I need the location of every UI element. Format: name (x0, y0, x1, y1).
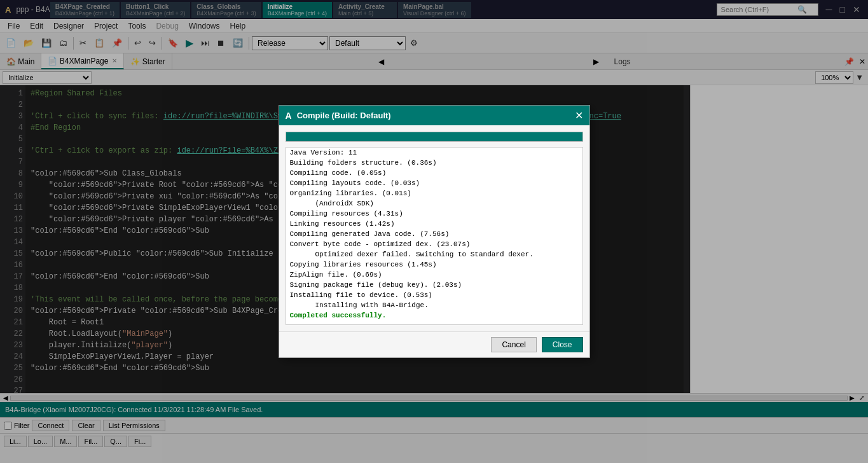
log-line-2: Compiling code. (0.05s) (290, 168, 579, 178)
progress-bar (286, 132, 582, 141)
dialog-body: Java Version: 11Building folders structu… (279, 125, 589, 331)
compile-dialog-overlay: A Compile (Build: Default) ✕ Java Versio… (0, 0, 868, 463)
log-line-12: ZipAlign file. (0.69s) (290, 270, 579, 280)
log-line-7: Linking resources (1.42s) (290, 219, 579, 229)
log-line-9: Convert byte code - optimized dex. (23.0… (290, 239, 579, 249)
log-line-10: Optimized dexer failed. Switching to Sta… (290, 249, 579, 259)
progress-bar-container (286, 132, 583, 142)
dialog-footer: Cancel Close (279, 331, 589, 357)
log-line-4: Organizing libraries. (0.01s) (290, 188, 579, 198)
log-line-11: Copying libraries resources (1.45s) (290, 259, 579, 270)
log-line-3: Compiling layouts code. (0.03s) (290, 178, 579, 188)
compile-dialog: A Compile (Build: Default) ✕ Java Versio… (279, 105, 590, 358)
log-line-15: Installing with B4A-Bridge. (290, 300, 579, 310)
compile-log[interactable]: Java Version: 11Building folders structu… (286, 147, 583, 325)
log-line-1: Building folders structure. (0.36s) (290, 158, 579, 168)
dialog-titlebar: A Compile (Build: Default) ✕ (279, 106, 589, 125)
log-line-16: Completed successfully. (290, 310, 579, 321)
dialog-title: Compile (Build: Default) (297, 111, 391, 120)
dialog-close-button[interactable]: ✕ (575, 109, 583, 121)
log-line-14: Installing file to device. (0.53s) (290, 290, 579, 300)
log-line-13: Signing package file (debug key). (2.03s… (290, 280, 579, 290)
log-line-5: (AndroidX SDK) (290, 198, 579, 209)
close-dialog-button[interactable]: Close (542, 337, 583, 352)
log-line-8: Compiling generated Java code. (7.56s) (290, 229, 579, 239)
dialog-app-icon: A (286, 111, 292, 121)
cancel-button[interactable]: Cancel (491, 337, 536, 352)
log-line-0: Java Version: 11 (290, 148, 579, 158)
log-line-6: Compiling resources (4.31s) (290, 209, 579, 219)
